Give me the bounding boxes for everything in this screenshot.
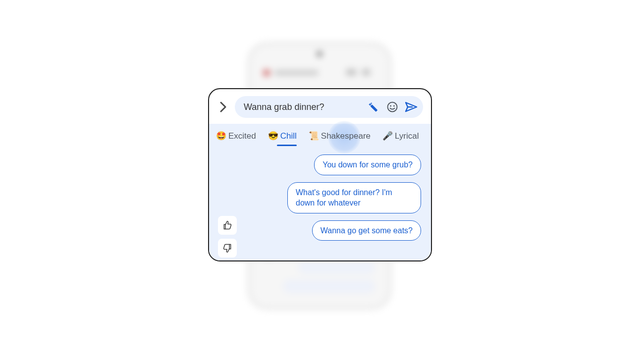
thumbs-down-icon [222,243,232,253]
sunglasses-emoji-icon: 😎 [268,131,278,141]
tone-tabs: 🤩 Excited 😎 Chill 📜 Shakespeare 🎤 Lyrica… [209,129,431,145]
compose-text: Wanna grab dinner? [244,102,362,112]
expand-chevron-button[interactable] [216,100,231,114]
magic-rewrite-button[interactable] [367,100,380,114]
compose-row: Wanna grab dinner? [209,89,431,124]
suggestions-panel: 🤩 Excited 😎 Chill 📜 Shakespeare 🎤 Lyrica… [209,124,431,261]
suggestion-chip[interactable]: You down for some grub? [314,155,421,175]
tab-label: Chill [280,131,297,141]
thumbs-up-button[interactable] [218,216,237,235]
tab-excited[interactable]: 🤩 Excited [216,131,256,145]
feedback-buttons [218,216,237,258]
scroll-emoji-icon: 📜 [309,131,319,141]
suggestion-chip[interactable]: What's good for dinner? I'm down for wha… [287,182,421,213]
tab-label: Excited [228,131,256,141]
thumbs-up-icon [222,220,232,230]
suggestion-text: You down for some grub? [322,160,413,169]
suggestion-text: What's good for dinner? I'm down for wha… [296,188,392,207]
suggestion-text: Wanna go get some eats? [321,226,413,235]
suggestion-chip[interactable]: Wanna go get some eats? [312,220,421,241]
microphone-emoji-icon: 🎤 [382,131,393,141]
svg-rect-0 [370,104,377,112]
magic-wand-icon [368,101,379,113]
tab-label: Shakespeare [321,131,371,141]
thumbs-down-button[interactable] [218,239,237,258]
send-icon [405,101,418,113]
tab-lyrical[interactable]: 🎤 Lyrical [382,131,419,145]
tab-label: Lyrical [395,131,419,141]
tab-shakespeare[interactable]: 📜 Shakespeare [309,131,371,145]
chevron-right-icon [219,102,227,112]
magic-compose-popup: Wanna grab dinner? [208,88,432,261]
svg-point-3 [393,105,395,107]
svg-point-1 [388,103,397,112]
emoji-smile-icon [386,101,398,113]
star-struck-emoji-icon: 🤩 [216,131,226,141]
tab-chill[interactable]: 😎 Chill [268,131,297,145]
send-button[interactable] [404,100,418,114]
compose-input-pill[interactable]: Wanna grab dinner? [235,96,423,118]
suggestion-list: You down for some grub? What's good for … [287,155,421,241]
svg-point-2 [390,105,391,107]
emoji-button[interactable] [385,100,399,114]
